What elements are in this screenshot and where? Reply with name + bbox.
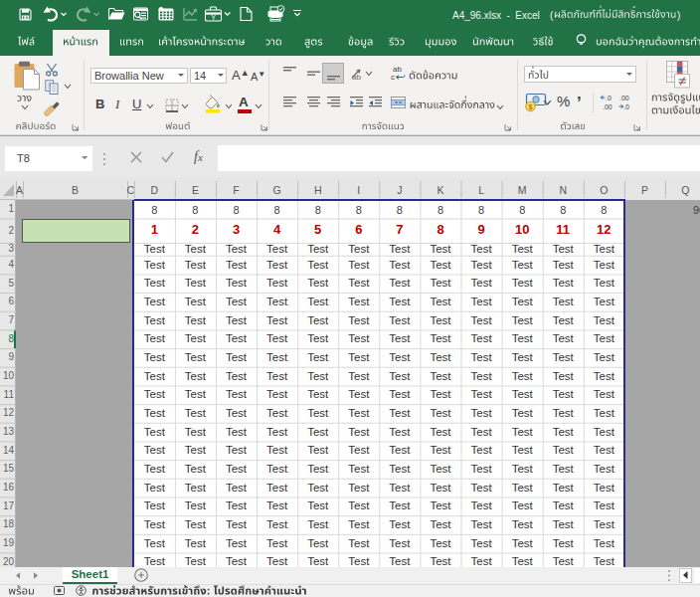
svg-text:$: $ [529, 103, 533, 110]
svg-text:.00: .00 [619, 95, 629, 101]
svg-text:.00: .00 [603, 103, 612, 110]
svg-text:.0: .0 [623, 103, 629, 110]
svg-text:.0: .0 [606, 95, 612, 101]
svg-text:Y: Y [211, 14, 216, 21]
svg-text:ab: ab [352, 73, 361, 81]
svg-text:c: c [391, 73, 395, 82]
